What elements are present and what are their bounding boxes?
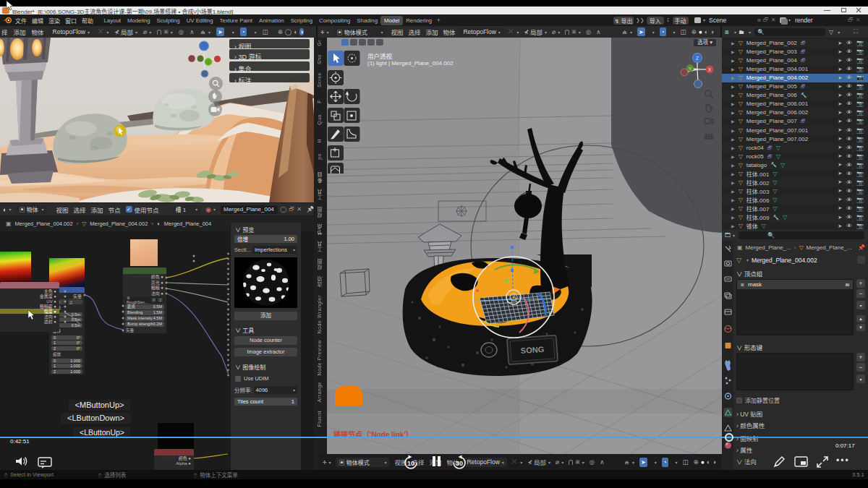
svg-text:30: 30 xyxy=(456,460,463,467)
svg-text:Y: Y xyxy=(689,67,692,71)
svg-text:SONG: SONG xyxy=(520,345,544,355)
svg-text:Z: Z xyxy=(696,56,699,61)
svg-text:X: X xyxy=(708,67,712,72)
svg-text:10: 10 xyxy=(407,460,414,467)
